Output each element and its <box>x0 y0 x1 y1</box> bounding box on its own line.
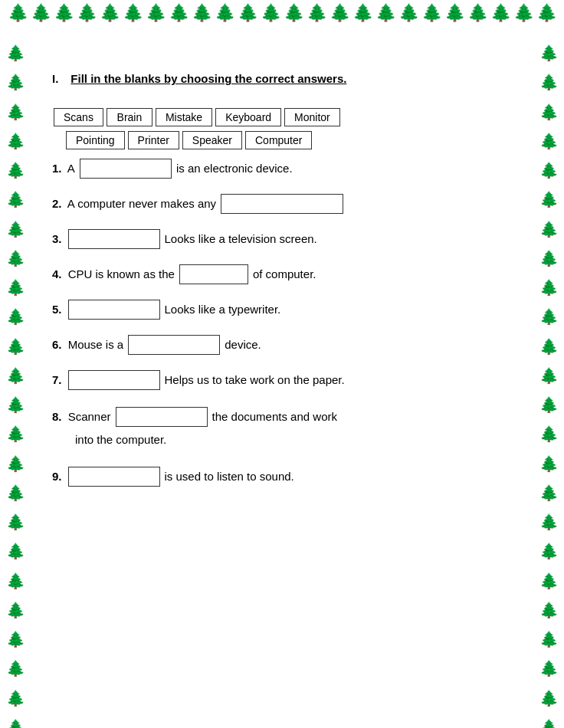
border-top: 🌲🌲🌲🌲🌲🌲🌲🌲🌲🌲🌲🌲🌲🌲🌲🌲🌲🌲🌲🌲🌲🌲🌲🌲 <box>0 0 564 26</box>
tree-right-15: 🌲 <box>539 485 559 500</box>
tree-top-22: 🌲 <box>513 3 534 23</box>
q4-suffix: of computer. <box>253 265 316 284</box>
tree-right-20: 🌲 <box>539 631 559 647</box>
question-2: 2. A computer never makes any <box>52 194 512 214</box>
tree-left-16: 🌲 <box>6 514 25 530</box>
tree-top-2: 🌲 <box>54 3 74 23</box>
tree-right-14: 🌲 <box>539 456 559 471</box>
tree-right-3: 🌲 <box>539 133 559 149</box>
worksheet-page: 🌲🌲🌲🌲🌲🌲🌲🌲🌲🌲🌲🌲🌲🌲🌲🌲🌲🌲🌲🌲🌲🌲🌲🌲 🌲🌲🌲🌲🌲🌲🌲🌲🌲🌲🌲🌲🌲🌲🌲… <box>0 0 564 728</box>
question-4: 4. CPU is known as the of computer. <box>52 264 512 284</box>
q4-number: 4. <box>52 265 62 284</box>
tree-top-20: 🌲 <box>467 3 488 23</box>
tree-right-13: 🌲 <box>539 426 559 441</box>
tree-right-9: 🌲 <box>539 309 559 324</box>
word-box-keyboard: Keyboard <box>215 108 281 126</box>
q9-blank[interactable] <box>68 467 160 487</box>
q7-blank[interactable] <box>68 370 160 390</box>
tree-left-18: 🌲 <box>6 573 25 589</box>
q1-suffix: is an electronic device. <box>176 159 293 178</box>
q8-blank[interactable] <box>116 407 208 427</box>
tree-top-1: 🌲 <box>31 3 51 23</box>
instruction-text: Fill in the blanks by choosing the corre… <box>70 72 346 85</box>
tree-left-8: 🌲 <box>6 280 25 295</box>
tree-right-18: 🌲 <box>539 573 559 589</box>
q6-number: 6. <box>52 336 62 354</box>
tree-right-12: 🌲 <box>539 397 559 412</box>
tree-left-19: 🌲 <box>6 602 25 618</box>
q2-blank[interactable] <box>221 194 343 214</box>
tree-right-21: 🌲 <box>539 661 559 676</box>
word-bank-row2: PointingPrinterSpeakerComputer <box>52 130 512 151</box>
tree-top-4: 🌲 <box>100 3 120 23</box>
tree-left-15: 🌲 <box>6 485 25 500</box>
tree-right-7: 🌲 <box>539 251 559 266</box>
word-bank-row1: ScansBrainMistakeKeyboardMonitor <box>52 107 512 128</box>
tree-top-21: 🌲 <box>490 3 511 23</box>
tree-top-7: 🌲 <box>169 3 189 23</box>
question-5: 5. Looks like a typewriter. <box>52 300 512 320</box>
q1-prefix: A <box>65 159 75 178</box>
tree-top-12: 🌲 <box>284 3 304 23</box>
tree-right-19: 🌲 <box>539 602 559 618</box>
tree-top-23: 🌲 <box>536 3 557 23</box>
q3-blank[interactable] <box>68 229 160 249</box>
q1-blank[interactable] <box>80 159 172 179</box>
tree-top-15: 🌲 <box>352 3 373 23</box>
tree-right-0: 🌲 <box>539 45 559 61</box>
tree-left-5: 🌲 <box>6 192 25 207</box>
word-box-scans: Scans <box>54 108 103 126</box>
word-box-pointing: Pointing <box>66 131 125 149</box>
tree-left-12: 🌲 <box>6 397 25 412</box>
tree-left-9: 🌲 <box>6 309 25 324</box>
tree-top-11: 🌲 <box>261 3 281 23</box>
tree-left-4: 🌲 <box>6 162 25 178</box>
q9-number: 9. <box>52 467 62 486</box>
tree-left-1: 🌲 <box>6 74 25 90</box>
q3-number: 3. <box>52 230 62 248</box>
tree-left-0: 🌲 <box>6 45 25 61</box>
q1-number: 1. <box>52 159 62 178</box>
tree-top-17: 🌲 <box>398 3 419 23</box>
tree-top-14: 🌲 <box>330 3 350 23</box>
word-box-computer: Computer <box>245 131 312 149</box>
tree-left-10: 🌲 <box>6 339 25 354</box>
tree-right-2: 🌲 <box>539 104 559 120</box>
border-right: 🌲🌲🌲🌲🌲🌲🌲🌲🌲🌲🌲🌲🌲🌲🌲🌲🌲🌲🌲🌲🌲🌲🌲🌲 <box>533 38 564 728</box>
q8-suffix-line1: the documents and work <box>212 405 337 428</box>
q8-line1: 8. Scanner the documents and work <box>52 405 512 428</box>
q4-blank[interactable] <box>179 264 248 284</box>
border-left: 🌲🌲🌲🌲🌲🌲🌲🌲🌲🌲🌲🌲🌲🌲🌲🌲🌲🌲🌲🌲🌲🌲🌲🌲 <box>0 38 31 728</box>
main-content: I. Fill in the blanks by choosing the co… <box>37 64 527 716</box>
q7-suffix: Helps us to take work on the paper. <box>165 371 345 389</box>
tree-left-3: 🌲 <box>6 133 25 149</box>
tree-left-13: 🌲 <box>6 426 25 441</box>
question-1: 1. A is an electronic device. <box>52 159 512 179</box>
tree-left-14: 🌲 <box>6 456 25 471</box>
q6-blank[interactable] <box>128 335 220 355</box>
tree-top-0: 🌲 <box>8 3 28 23</box>
q5-blank[interactable] <box>68 300 160 320</box>
tree-top-3: 🌲 <box>77 3 97 23</box>
q4-prefix: CPU is known as the <box>65 265 175 284</box>
q5-suffix: Looks like a typewriter. <box>165 300 281 319</box>
tree-right-8: 🌲 <box>539 280 559 295</box>
word-box-speaker: Speaker <box>182 131 242 149</box>
tree-left-21: 🌲 <box>6 661 25 676</box>
tree-top-18: 🌲 <box>421 3 442 23</box>
tree-right-11: 🌲 <box>539 368 559 383</box>
tree-right-17: 🌲 <box>539 543 559 559</box>
instruction-section: I. Fill in the blanks by choosing the co… <box>52 72 512 96</box>
tree-top-8: 🌲 <box>192 3 212 23</box>
word-box-mistake: Mistake <box>156 108 212 126</box>
tree-right-5: 🌲 <box>539 192 559 207</box>
q6-prefix: Mouse is a <box>65 336 124 354</box>
tree-right-4: 🌲 <box>539 162 559 178</box>
tree-top-13: 🌲 <box>307 3 327 23</box>
tree-right-22: 🌲 <box>539 690 559 706</box>
word-box-printer: Printer <box>128 131 179 149</box>
question-7: 7. Helps us to take work on the paper. <box>52 370 512 390</box>
q8-line2: into the computer. <box>75 428 512 451</box>
tree-left-7: 🌲 <box>6 251 25 266</box>
q2-prefix: A computer never makes any <box>65 195 217 213</box>
